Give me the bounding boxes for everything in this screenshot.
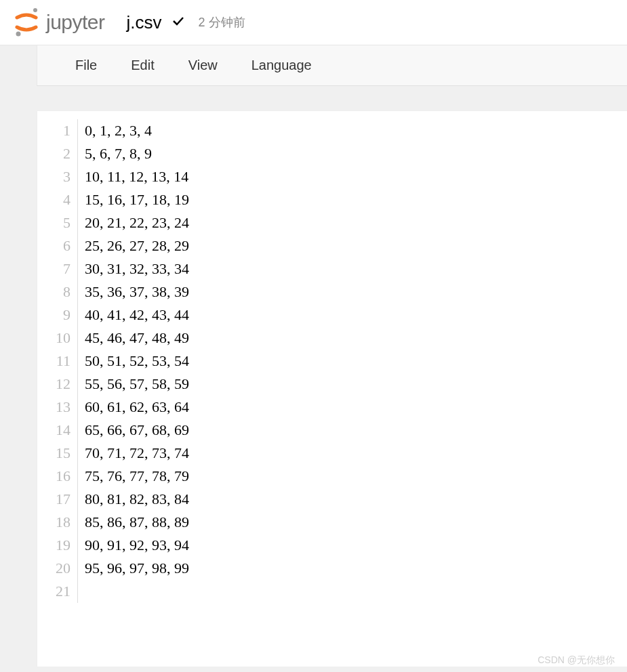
jupyter-logo[interactable]: jupyter: [14, 7, 105, 38]
line-number: 8: [37, 280, 70, 303]
line-number: 5: [37, 211, 70, 234]
code-area[interactable]: 123456789101112131415161718192021 0, 1, …: [37, 111, 627, 603]
code-line[interactable]: 55, 56, 57, 58, 59: [85, 373, 189, 396]
timestamp: 2 分钟前: [199, 14, 245, 30]
header: jupyter j.csv 2 分钟前: [0, 0, 627, 45]
code-line[interactable]: 25, 26, 27, 28, 29: [85, 234, 189, 257]
code-line[interactable]: 35, 36, 37, 38, 39: [85, 280, 189, 303]
line-number: 7: [37, 257, 70, 280]
line-number: 3: [37, 165, 70, 188]
watermark: CSDN @无你想你: [538, 654, 615, 667]
code-line[interactable]: 65, 66, 67, 68, 69: [85, 419, 189, 442]
menu-file[interactable]: File: [75, 58, 97, 73]
line-number: 20: [37, 557, 70, 580]
menu-language[interactable]: Language: [251, 58, 312, 73]
code-line[interactable]: 0, 1, 2, 3, 4: [85, 119, 189, 142]
line-gutter: 123456789101112131415161718192021: [37, 119, 78, 603]
code-line[interactable]: [85, 580, 189, 603]
line-number: 12: [37, 373, 70, 396]
menu-edit[interactable]: Edit: [131, 58, 154, 73]
editor: 123456789101112131415161718192021 0, 1, …: [37, 110, 627, 667]
code-line[interactable]: 95, 96, 97, 98, 99: [85, 557, 189, 580]
jupyter-icon: [14, 7, 39, 38]
logo-text: jupyter: [46, 11, 105, 34]
svg-point-0: [33, 8, 37, 12]
code-line[interactable]: 15, 16, 17, 18, 19: [85, 188, 189, 211]
line-number: 2: [37, 142, 70, 165]
code-line[interactable]: 45, 46, 47, 48, 49: [85, 327, 189, 350]
code-line[interactable]: 90, 91, 92, 93, 94: [85, 534, 189, 557]
line-number: 18: [37, 511, 70, 534]
line-number: 14: [37, 419, 70, 442]
code-line[interactable]: 80, 81, 82, 83, 84: [85, 488, 189, 511]
code-line[interactable]: 75, 76, 77, 78, 79: [85, 465, 189, 488]
menubar: File Edit View Language: [37, 45, 627, 86]
line-number: 16: [37, 465, 70, 488]
code-line[interactable]: 40, 41, 42, 43, 44: [85, 303, 189, 327]
line-number: 17: [37, 488, 70, 511]
line-number: 15: [37, 442, 70, 465]
code-line[interactable]: 60, 61, 62, 63, 64: [85, 396, 189, 419]
line-number: 19: [37, 534, 70, 557]
line-number: 21: [37, 580, 70, 603]
svg-point-1: [16, 32, 21, 37]
line-number: 6: [37, 234, 70, 257]
filename[interactable]: j.csv: [127, 12, 162, 33]
code-line[interactable]: 70, 71, 72, 73, 74: [85, 442, 189, 465]
code-line[interactable]: 50, 51, 52, 53, 54: [85, 350, 189, 373]
line-number: 11: [37, 350, 70, 373]
code-line[interactable]: 20, 21, 22, 23, 24: [85, 211, 189, 234]
line-number: 4: [37, 188, 70, 211]
code-line[interactable]: 85, 86, 87, 88, 89: [85, 511, 189, 534]
code-line[interactable]: 30, 31, 32, 33, 34: [85, 257, 189, 280]
menu-view[interactable]: View: [188, 58, 218, 73]
checkmark-icon: [173, 16, 184, 28]
code-lines[interactable]: 0, 1, 2, 3, 45, 6, 7, 8, 910, 11, 12, 13…: [78, 119, 189, 603]
line-number: 9: [37, 303, 70, 327]
line-number: 13: [37, 396, 70, 419]
code-line[interactable]: 10, 11, 12, 13, 14: [85, 165, 189, 188]
line-number: 1: [37, 119, 70, 142]
line-number: 10: [37, 327, 70, 350]
code-line[interactable]: 5, 6, 7, 8, 9: [85, 142, 189, 165]
